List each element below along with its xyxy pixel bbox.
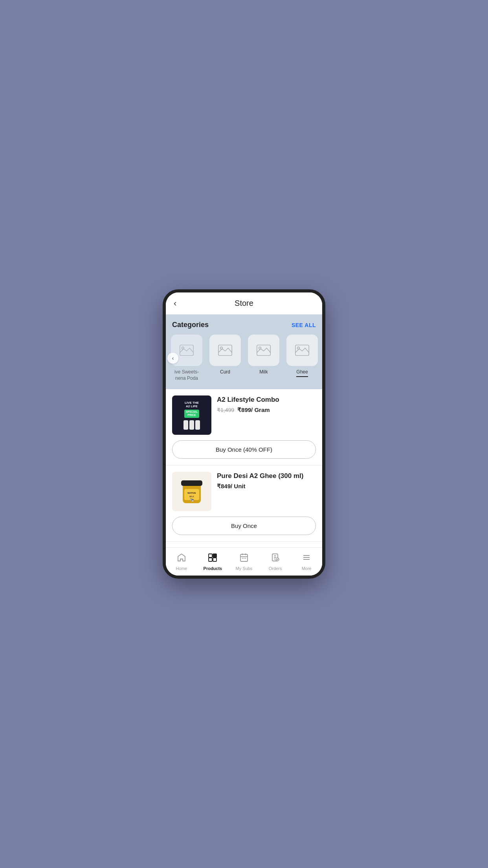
product-card-ghee-300: NATIVE MILK 🐄 Pure Desi A2 Ghee (300 ml)… bbox=[166, 465, 322, 542]
categories-left-arrow[interactable]: ‹ bbox=[167, 353, 178, 364]
see-all-button[interactable]: SEE ALL bbox=[292, 322, 316, 328]
bottom-nav: Home Products bbox=[166, 547, 322, 576]
price-current-ghee-300: ₹849/ Unit bbox=[217, 483, 246, 490]
nav-label-orders: Orders bbox=[269, 566, 282, 571]
category-item-curd[interactable]: Curd bbox=[207, 335, 243, 375]
category-label-ghee: Ghee bbox=[296, 369, 308, 377]
svg-rect-20 bbox=[209, 554, 212, 557]
my-subs-icon bbox=[239, 553, 249, 565]
category-icon-milk bbox=[248, 335, 279, 366]
combo-image-content: LIVE THEA2 LIFE SPECIALPRICE bbox=[172, 395, 211, 435]
categories-section: Categories SEE ALL ‹ bbox=[166, 314, 322, 389]
category-label-milk: Milk bbox=[259, 369, 268, 375]
svg-point-5 bbox=[259, 347, 261, 349]
category-item-ghee[interactable]: Ghee bbox=[284, 335, 320, 377]
product-image-combo: LIVE THEA2 LIFE SPECIALPRICE bbox=[172, 395, 211, 435]
more-icon bbox=[302, 553, 311, 565]
nav-item-home[interactable]: Home bbox=[166, 548, 197, 576]
home-icon bbox=[177, 553, 186, 565]
svg-rect-9 bbox=[181, 480, 202, 486]
product-row-0: LIVE THEA2 LIFE SPECIALPRICE A2 Lifestyl… bbox=[172, 395, 316, 435]
nav-item-orders[interactable]: Orders bbox=[260, 548, 291, 576]
buy-button-combo[interactable]: Buy Once (40% OFF) bbox=[172, 440, 316, 459]
nav-label-home: Home bbox=[176, 566, 187, 571]
category-icon-curd bbox=[209, 335, 241, 366]
category-label-sweets: ive Sweets-nena Poda bbox=[174, 369, 199, 381]
category-label-curd: Curd bbox=[220, 369, 230, 375]
svg-rect-21 bbox=[213, 554, 216, 557]
product-info-ghee-300: Pure Desi A2 Ghee (300 ml) ₹849/ Unit bbox=[217, 472, 316, 490]
nav-item-my-subs[interactable]: My Subs bbox=[228, 548, 260, 576]
price-original-combo: ₹1,499 bbox=[217, 407, 234, 413]
combo-bottle-2 bbox=[189, 420, 194, 430]
combo-bottles bbox=[183, 420, 200, 430]
svg-text:🐄: 🐄 bbox=[189, 497, 194, 502]
product-image-ghee-300: NATIVE MILK 🐄 bbox=[172, 472, 211, 511]
products-icon bbox=[208, 553, 217, 565]
combo-special-badge: SPECIALPRICE bbox=[184, 410, 199, 418]
categories-title: Categories bbox=[172, 321, 209, 329]
product-price-row-combo: ₹1,499 ₹899/ Gram bbox=[217, 406, 316, 414]
nav-label-my-subs: My Subs bbox=[236, 566, 253, 571]
price-current-combo: ₹899/ Gram bbox=[237, 406, 270, 414]
product-price-row-ghee-300: ₹849/ Unit bbox=[217, 483, 316, 490]
category-icon-ghee bbox=[286, 335, 318, 366]
orders-icon bbox=[271, 553, 280, 565]
categories-scroll: ive Sweets-nena Poda Curd bbox=[166, 335, 322, 381]
back-button[interactable]: ‹ bbox=[174, 298, 176, 309]
phone-frame: ‹ Store Categories SEE ALL ‹ bbox=[163, 289, 325, 579]
svg-point-1 bbox=[182, 347, 184, 349]
nav-item-more[interactable]: More bbox=[291, 548, 322, 576]
category-item-milk[interactable]: Milk bbox=[246, 335, 281, 375]
nav-item-products[interactable]: Products bbox=[197, 548, 229, 576]
product-name-ghee-300: Pure Desi A2 Ghee (300 ml) bbox=[217, 472, 316, 480]
page-title: Store bbox=[235, 299, 253, 308]
product-name-combo: A2 Lifestyle Combo bbox=[217, 395, 316, 404]
combo-bottle-3 bbox=[195, 420, 200, 430]
buy-button-ghee-300[interactable]: Buy Once bbox=[172, 517, 316, 535]
svg-text:NATIVE: NATIVE bbox=[187, 492, 196, 494]
ghee-300-image-content: NATIVE MILK 🐄 bbox=[172, 472, 211, 511]
categories-header: Categories SEE ALL bbox=[166, 321, 322, 335]
product-card-a2-lifestyle-combo: LIVE THEA2 LIFE SPECIALPRICE A2 Lifestyl… bbox=[166, 389, 322, 465]
ghee-300-jar-svg: NATIVE MILK 🐄 bbox=[178, 476, 205, 507]
header: ‹ Store bbox=[166, 292, 322, 314]
product-info-combo: A2 Lifestyle Combo ₹1,499 ₹899/ Gram bbox=[217, 395, 316, 414]
svg-rect-22 bbox=[209, 558, 212, 561]
categories-scroll-container: ‹ ive Sweets-nena Poda bbox=[166, 335, 322, 381]
combo-bottle-1 bbox=[183, 420, 188, 430]
combo-live-text: LIVE THEA2 LIFE bbox=[185, 401, 199, 408]
product-row-1: NATIVE MILK 🐄 Pure Desi A2 Ghee (300 ml)… bbox=[172, 472, 316, 511]
nav-label-more: More bbox=[302, 566, 312, 571]
svg-rect-23 bbox=[213, 558, 216, 561]
phone-screen: ‹ Store Categories SEE ALL ‹ bbox=[166, 292, 322, 576]
nav-label-products: Products bbox=[204, 566, 222, 571]
svg-point-7 bbox=[297, 347, 300, 349]
svg-point-3 bbox=[220, 347, 223, 349]
